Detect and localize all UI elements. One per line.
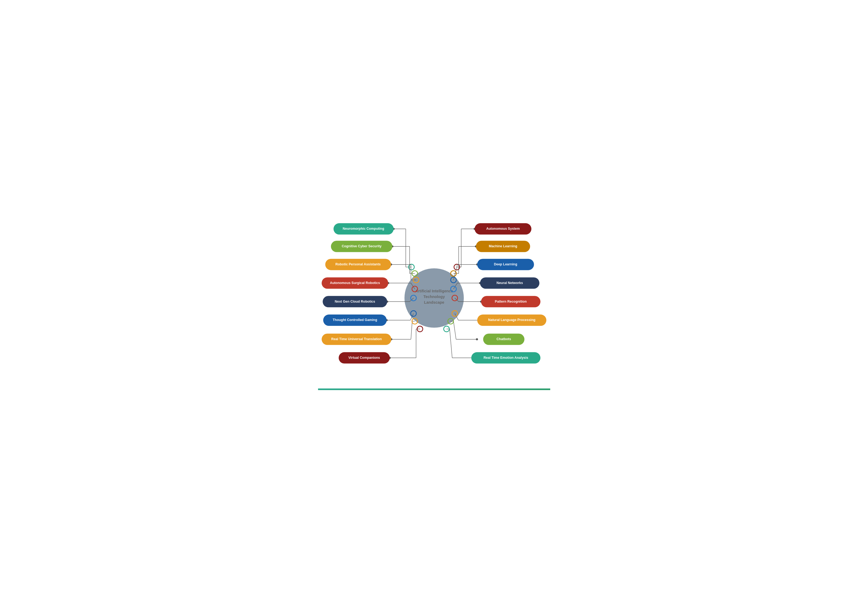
- bottom-bar: [318, 388, 550, 390]
- connector-chatbots-v: [453, 321, 456, 340]
- label-ngcr: Next Gen Cloud Robotics: [335, 300, 375, 303]
- label-vc: Virtual Companions: [348, 356, 380, 360]
- connector-rtea-v: [450, 329, 452, 358]
- ai-landscape-diagram: Artificial Intelligence Technology Lands…: [318, 210, 550, 386]
- label-ml: Machine Learning: [489, 244, 517, 248]
- center-text-line2: Technology: [423, 295, 445, 299]
- label-rtea: Real Time Emotion Analysis: [483, 356, 528, 360]
- page-wrapper: Artificial Intelligence Technology Lands…: [313, 202, 556, 393]
- label-tcg: Thought Controlled Gaming: [333, 318, 377, 322]
- label-rtut: Real Time Universal Translation: [331, 337, 381, 341]
- label-dl: Deep Learning: [494, 263, 517, 266]
- center-text-line1: Artificial Intelligence: [415, 289, 453, 293]
- label-as: Autonomous System: [486, 227, 520, 230]
- label-nlp: Natural Language Processing: [488, 318, 535, 322]
- label-chatbots: Chatbots: [496, 337, 511, 341]
- label-ccs: Cognitive Cyber Security: [341, 244, 381, 248]
- label-asr: Autonomous Surgical Robotics: [330, 281, 380, 285]
- connector-rtut-v: [411, 321, 412, 340]
- label-nn: Neural Networks: [496, 281, 523, 285]
- label-neuromorphic: Neuromorphic Computing: [342, 227, 384, 230]
- dot-chatbots: [476, 338, 478, 340]
- diagram-container: Artificial Intelligence Technology Lands…: [318, 210, 550, 386]
- label-pr: Pattern Recognition: [495, 300, 527, 303]
- label-rpa: Robotic Personal Assistants: [335, 263, 381, 266]
- center-text-line3: Landscape: [424, 300, 444, 304]
